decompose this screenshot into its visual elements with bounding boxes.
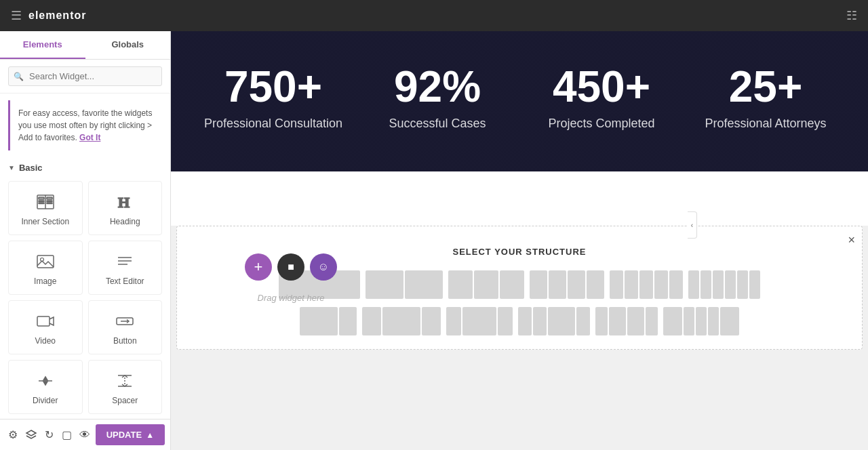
search-box	[0, 60, 170, 94]
stat-item-0: 750+ Professional Consultation	[198, 65, 349, 131]
widget-inner-section[interactable]: Inner Section	[8, 181, 83, 235]
divider-icon	[36, 371, 55, 390]
widget-button[interactable]: Button	[88, 300, 163, 354]
drag-widget-text: Drag widget here	[258, 293, 325, 303]
spacer-icon	[115, 371, 134, 390]
structure-overlay: + ■ ☺ Drag widget here × SELECT YOUR STR…	[176, 226, 863, 350]
section-caret-icon: ▼	[8, 164, 15, 171]
stat-number-2: 450+	[553, 65, 650, 108]
svg-marker-18	[43, 377, 47, 380]
structure-option-6col[interactable]	[688, 270, 760, 299]
svg-rect-2	[39, 197, 44, 199]
got-it-link[interactable]: Got It	[79, 133, 100, 142]
bottom-toolbar: ⚙ ↻ ▢ 👁 UPDATE ▲	[0, 419, 170, 450]
structure-row-2	[191, 307, 848, 335]
structure-option-2-3[interactable]	[446, 307, 513, 335]
structure-option-4col[interactable]	[530, 270, 604, 299]
widget-divider-label: Divider	[33, 396, 58, 405]
svg-rect-5	[47, 197, 52, 199]
structure-option-2col[interactable]	[366, 270, 443, 299]
fab-area: + ■ ☺ Drag widget here	[245, 253, 337, 303]
preview-button[interactable]: 👁	[77, 423, 93, 447]
stat-label-2: Projects Completed	[548, 117, 654, 131]
video-icon	[36, 312, 55, 331]
widget-heading[interactable]: H Heading	[88, 181, 163, 235]
structure-option-2-4[interactable]	[518, 307, 590, 335]
stat-number-3: 25+	[729, 65, 803, 108]
search-input[interactable]	[8, 66, 162, 86]
elementor-logo: elementor	[28, 9, 86, 22]
structure-option-2-2[interactable]	[362, 307, 441, 335]
widget-heading-label: Heading	[110, 217, 140, 226]
template-button[interactable]: ☺	[310, 253, 337, 281]
structure-close-button[interactable]: ×	[848, 233, 855, 247]
widget-spacer[interactable]: Spacer	[88, 360, 163, 414]
tab-elements[interactable]: Elements	[0, 31, 85, 59]
structure-option-2-6[interactable]	[663, 307, 739, 335]
widget-inner-section-label: Inner Section	[21, 217, 69, 226]
svg-rect-3	[39, 201, 44, 202]
stat-item-2: 450+ Projects Completed	[526, 65, 677, 131]
widget-text-editor[interactable]: Text Editor	[88, 241, 163, 295]
widget-grid: Inner Section H Heading	[0, 178, 170, 419]
structure-option-3col[interactable]	[448, 270, 524, 299]
widget-text-editor-label: Text Editor	[106, 277, 144, 286]
structure-option-2-1[interactable]	[300, 307, 357, 335]
widget-spacer-label: Spacer	[112, 396, 138, 405]
main-area: Elements Globals For easy access, favori…	[0, 31, 868, 450]
svg-rect-14	[37, 316, 50, 326]
svg-rect-7	[47, 203, 52, 204]
layers-button[interactable]	[24, 423, 39, 447]
tab-globals[interactable]: Globals	[85, 31, 171, 59]
top-bar-left: ☰ elementor	[11, 8, 86, 23]
update-button[interactable]: UPDATE ▲	[96, 424, 165, 445]
widget-divider[interactable]: Divider	[8, 360, 83, 414]
svg-marker-19	[43, 382, 47, 385]
app-container: ☰ elementor ☷ Elements Globals For easy …	[0, 0, 868, 450]
basic-section-label: Basic	[19, 163, 43, 173]
sidebar-tabs: Elements Globals	[0, 31, 170, 60]
svg-text:H: H	[118, 194, 130, 211]
canvas-inner: 750+ Professional Consultation 92% Succe…	[171, 31, 868, 350]
stat-item-1: 92% Successful Cases	[362, 65, 513, 131]
sidebar: Elements Globals For easy access, favori…	[0, 31, 171, 450]
structure-option-5col[interactable]	[610, 270, 683, 299]
stat-number-1: 92%	[394, 65, 481, 108]
svg-rect-9	[37, 255, 54, 268]
widget-button-label: Button	[113, 336, 137, 346]
inner-section-icon	[36, 192, 55, 211]
top-bar: ☰ elementor ☷	[0, 0, 868, 31]
sidebar-collapse-handle[interactable]: ‹	[688, 211, 697, 239]
widget-image[interactable]: Image	[8, 241, 83, 295]
image-icon	[36, 252, 55, 271]
button-icon	[115, 312, 134, 331]
stat-label-1: Successful Cases	[389, 117, 486, 131]
chevron-up-icon: ▲	[146, 430, 154, 440]
grid-icon[interactable]: ☷	[846, 8, 857, 23]
history-button[interactable]: ↻	[41, 423, 57, 447]
svg-marker-25	[26, 430, 36, 436]
structure-option-2-5[interactable]	[595, 307, 658, 335]
widget-video[interactable]: Video	[8, 300, 83, 354]
svg-rect-4	[39, 203, 44, 204]
stat-label-3: Professional Attorneys	[705, 117, 826, 131]
fab-buttons: + ■ ☺	[245, 253, 337, 281]
navigator-button[interactable]: ▢	[60, 423, 75, 447]
heading-icon: H	[115, 192, 134, 211]
widget-video-label: Video	[35, 336, 56, 346]
search-wrapper	[8, 66, 162, 86]
hero-section: 750+ Professional Consultation 92% Succe…	[171, 31, 868, 171]
text-editor-icon	[115, 252, 134, 271]
settings-button[interactable]: ⚙	[5, 423, 21, 447]
canvas-area: 750+ Professional Consultation 92% Succe…	[171, 31, 868, 450]
basic-section-header[interactable]: ▼ Basic	[0, 157, 170, 178]
section-settings-button[interactable]: ■	[277, 253, 304, 281]
svg-rect-6	[47, 201, 52, 202]
stat-label-0: Professional Consultation	[204, 117, 342, 131]
content-area	[171, 171, 868, 226]
stat-number-0: 750+	[224, 65, 322, 108]
hamburger-icon[interactable]: ☰	[11, 8, 22, 23]
stat-item-3: 25+ Professional Attorneys	[690, 65, 841, 131]
widget-image-label: Image	[34, 277, 56, 286]
add-section-button[interactable]: +	[245, 253, 272, 281]
